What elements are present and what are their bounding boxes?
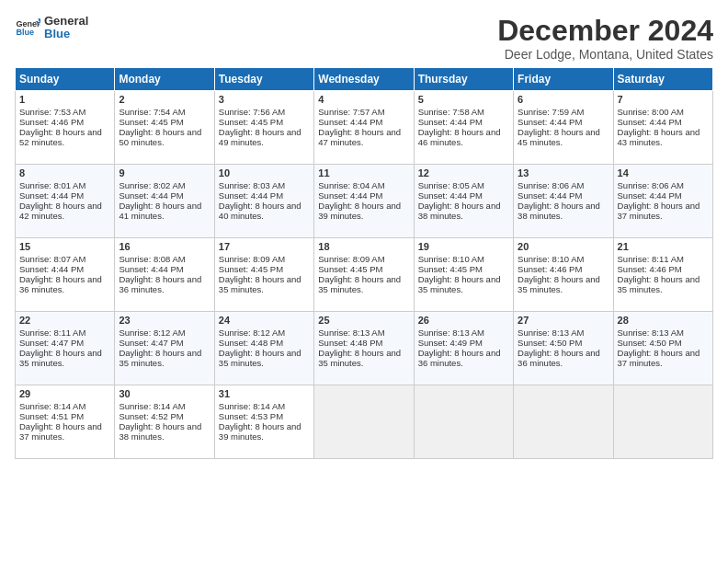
calendar-table: SundayMondayTuesdayWednesdayThursdayFrid… xyxy=(15,67,713,459)
day-number: 4 xyxy=(318,94,409,105)
sunrise: Sunrise: 8:08 AM xyxy=(119,254,185,264)
sunrise: Sunrise: 7:58 AM xyxy=(418,107,484,117)
day-number: 10 xyxy=(219,167,310,178)
sunrise: Sunrise: 8:14 AM xyxy=(119,401,185,411)
sunrise: Sunrise: 8:01 AM xyxy=(19,180,85,190)
day-cell: 25Sunrise: 8:13 AMSunset: 4:48 PMDayligh… xyxy=(314,312,414,385)
logo-line1: General xyxy=(44,15,88,28)
sunrise: Sunrise: 8:07 AM xyxy=(19,254,85,264)
day-cell: 28Sunrise: 8:13 AMSunset: 4:50 PMDayligh… xyxy=(613,312,712,385)
daylight: Daylight: 8 hours and 38 minutes. xyxy=(418,201,501,221)
weekday-header: Saturday xyxy=(613,68,712,91)
day-cell: 6Sunrise: 7:59 AMSunset: 4:44 PMDaylight… xyxy=(514,91,613,165)
daylight: Daylight: 8 hours and 35 minutes. xyxy=(219,274,301,294)
sunrise: Sunrise: 8:14 AM xyxy=(219,401,285,411)
day-number: 12 xyxy=(418,167,509,178)
day-number: 16 xyxy=(119,241,210,252)
sunrise: Sunrise: 8:14 AM xyxy=(19,401,85,411)
sunrise: Sunrise: 8:04 AM xyxy=(318,180,384,190)
daylight: Daylight: 8 hours and 42 minutes. xyxy=(19,201,102,221)
day-number: 29 xyxy=(19,388,110,399)
day-cell: 11Sunrise: 8:04 AMSunset: 4:44 PMDayligh… xyxy=(314,165,414,238)
day-number: 15 xyxy=(19,241,110,252)
daylight: Daylight: 8 hours and 37 minutes. xyxy=(19,421,102,442)
daylight: Daylight: 8 hours and 47 minutes. xyxy=(318,127,401,147)
svg-text:General: General xyxy=(16,19,40,29)
sunset: Sunset: 4:44 PM xyxy=(19,264,84,274)
day-number: 18 xyxy=(318,241,409,252)
day-number: 6 xyxy=(518,94,609,105)
week-row: 22Sunrise: 8:11 AMSunset: 4:47 PMDayligh… xyxy=(16,312,713,385)
sunset: Sunset: 4:44 PM xyxy=(618,190,682,201)
sunset: Sunset: 4:46 PM xyxy=(618,264,682,274)
day-cell: 23Sunrise: 8:12 AMSunset: 4:47 PMDayligh… xyxy=(115,312,214,385)
sunrise: Sunrise: 8:00 AM xyxy=(618,107,684,117)
header-row: SundayMondayTuesdayWednesdayThursdayFrid… xyxy=(16,68,713,91)
logo-icon: General Blue xyxy=(15,15,40,40)
day-cell: 9Sunrise: 8:02 AMSunset: 4:44 PMDaylight… xyxy=(115,165,214,238)
day-cell: 12Sunrise: 8:05 AMSunset: 4:44 PMDayligh… xyxy=(414,165,513,238)
week-row: 1Sunrise: 7:53 AMSunset: 4:46 PMDaylight… xyxy=(16,91,713,165)
daylight: Daylight: 8 hours and 52 minutes. xyxy=(19,127,102,147)
sunset: Sunset: 4:47 PM xyxy=(119,338,183,348)
day-number: 30 xyxy=(119,388,210,399)
day-cell: 15Sunrise: 8:07 AMSunset: 4:44 PMDayligh… xyxy=(16,238,115,312)
day-number: 2 xyxy=(119,94,210,105)
month-title: December 2024 xyxy=(497,15,713,47)
sunset: Sunset: 4:48 PM xyxy=(219,338,283,348)
day-cell: 27Sunrise: 8:13 AMSunset: 4:50 PMDayligh… xyxy=(514,312,613,385)
day-number: 20 xyxy=(518,241,609,252)
sunrise: Sunrise: 8:02 AM xyxy=(119,180,185,190)
day-cell: 30Sunrise: 8:14 AMSunset: 4:52 PMDayligh… xyxy=(115,385,214,459)
sunrise: Sunrise: 8:10 AM xyxy=(518,254,584,264)
daylight: Daylight: 8 hours and 38 minutes. xyxy=(518,201,600,221)
day-number: 11 xyxy=(318,167,409,178)
location: Deer Lodge, Montana, United States xyxy=(497,47,713,62)
sunset: Sunset: 4:45 PM xyxy=(318,264,382,274)
day-number: 9 xyxy=(119,167,210,178)
day-cell: 29Sunrise: 8:14 AMSunset: 4:51 PMDayligh… xyxy=(16,385,115,459)
day-number: 24 xyxy=(219,315,310,326)
day-number: 14 xyxy=(618,167,709,178)
day-number: 22 xyxy=(19,315,110,326)
daylight: Daylight: 8 hours and 35 minutes. xyxy=(119,348,201,368)
day-cell: 1Sunrise: 7:53 AMSunset: 4:46 PMDaylight… xyxy=(16,91,115,165)
day-number: 17 xyxy=(219,241,310,252)
sunrise: Sunrise: 8:13 AM xyxy=(318,327,384,338)
sunset: Sunset: 4:45 PM xyxy=(119,117,183,127)
day-cell: 22Sunrise: 8:11 AMSunset: 4:47 PMDayligh… xyxy=(16,312,115,385)
day-cell: 17Sunrise: 8:09 AMSunset: 4:45 PMDayligh… xyxy=(214,238,313,312)
daylight: Daylight: 8 hours and 39 minutes. xyxy=(318,201,401,221)
daylight: Daylight: 8 hours and 35 minutes. xyxy=(518,274,600,294)
day-number: 25 xyxy=(318,315,409,326)
weekday-header: Sunday xyxy=(16,68,115,91)
sunset: Sunset: 4:52 PM xyxy=(119,411,183,421)
weekday-header: Thursday xyxy=(414,68,513,91)
daylight: Daylight: 8 hours and 35 minutes. xyxy=(318,348,401,368)
week-row: 8Sunrise: 8:01 AMSunset: 4:44 PMDaylight… xyxy=(16,165,713,238)
week-row: 15Sunrise: 8:07 AMSunset: 4:44 PMDayligh… xyxy=(16,238,713,312)
day-cell: 24Sunrise: 8:12 AMSunset: 4:48 PMDayligh… xyxy=(214,312,313,385)
day-number: 3 xyxy=(219,94,310,105)
title-area: December 2024 Deer Lodge, Montana, Unite… xyxy=(497,15,713,62)
sunrise: Sunrise: 7:57 AM xyxy=(318,107,384,117)
sunset: Sunset: 4:44 PM xyxy=(618,117,682,127)
day-cell: 19Sunrise: 8:10 AMSunset: 4:45 PMDayligh… xyxy=(414,238,513,312)
sunset: Sunset: 4:44 PM xyxy=(318,190,382,201)
sunset: Sunset: 4:53 PM xyxy=(219,411,283,421)
daylight: Daylight: 8 hours and 36 minutes. xyxy=(19,274,102,294)
day-cell: 26Sunrise: 8:13 AMSunset: 4:49 PMDayligh… xyxy=(414,312,513,385)
sunset: Sunset: 4:45 PM xyxy=(219,264,283,274)
sunset: Sunset: 4:44 PM xyxy=(119,264,183,274)
sunset: Sunset: 4:44 PM xyxy=(119,190,183,201)
day-cell: 21Sunrise: 8:11 AMSunset: 4:46 PMDayligh… xyxy=(613,238,712,312)
sunrise: Sunrise: 8:05 AM xyxy=(418,180,484,190)
sunset: Sunset: 4:51 PM xyxy=(19,411,84,421)
sunrise: Sunrise: 8:13 AM xyxy=(418,327,484,338)
sunset: Sunset: 4:44 PM xyxy=(19,190,84,201)
sunset: Sunset: 4:45 PM xyxy=(219,117,283,127)
logo: General Blue General Blue xyxy=(15,15,88,41)
day-cell xyxy=(314,385,414,459)
sunset: Sunset: 4:44 PM xyxy=(219,190,283,201)
weekday-header: Wednesday xyxy=(314,68,414,91)
